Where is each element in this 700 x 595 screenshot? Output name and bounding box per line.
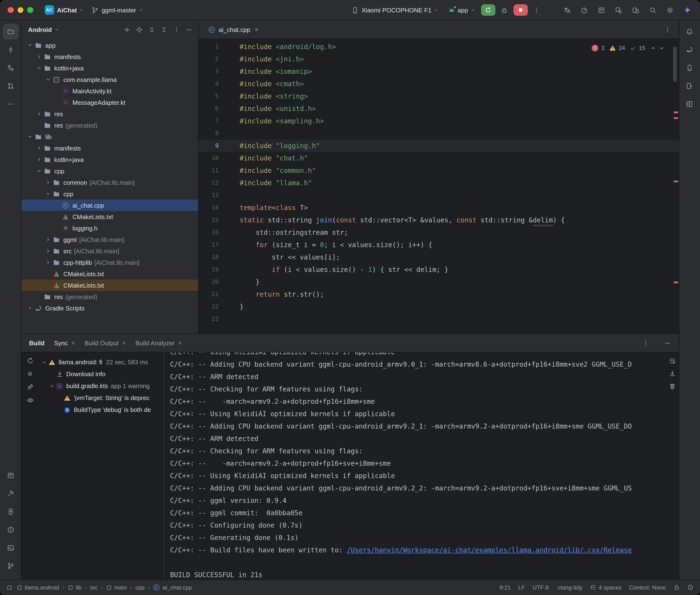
tool-window-project[interactable] (3, 24, 18, 39)
chevron-down-icon[interactable] (44, 77, 52, 82)
tool-window-build-hammer[interactable] (3, 485, 18, 501)
tool-window-notifications[interactable] (682, 24, 697, 39)
chevron-right-icon[interactable] (35, 145, 43, 151)
code-line-12[interactable]: 12#include "llama.h" (199, 177, 678, 189)
build-event-llama-android-fi[interactable]: llama.android: fi22 sec, 583 ms (38, 356, 164, 368)
code-line-22[interactable]: 22} (199, 301, 678, 313)
tool-window-version-control[interactable] (3, 558, 18, 573)
error-stripe-mark[interactable] (673, 281, 678, 283)
code-line-16[interactable]: 16 std::ostringstream str; (199, 226, 678, 238)
code-line-8[interactable]: 8 (199, 127, 678, 140)
tree-item-logging-h[interactable]: Hlogging.h (22, 222, 198, 234)
code-line-3[interactable]: 3#include <iomanip> (199, 65, 678, 78)
tree-item-gradle-scripts[interactable]: Gradle Scripts (22, 302, 198, 314)
breadcrumb-llama-android[interactable]: llama.android (17, 584, 59, 591)
branch-widget[interactable]: ggml-master (88, 5, 147, 15)
status-9-21[interactable]: 9:21 (500, 584, 511, 591)
tool-window-more[interactable] (3, 96, 18, 112)
status-lock-open-icon[interactable] (673, 584, 679, 591)
breadcrumb-lib[interactable]: lib (68, 584, 81, 591)
clear-icon[interactable] (669, 383, 676, 390)
translate-button[interactable] (560, 3, 574, 17)
tree-item-cmakelists-txt[interactable]: CMakeLists.txt (22, 211, 198, 222)
code-line-2[interactable]: 2#include <jni.h> (199, 53, 678, 65)
tool-window-pull-requests[interactable] (3, 78, 18, 94)
gemini-button[interactable] (680, 3, 694, 17)
status-context-none[interactable]: Context: None (629, 584, 666, 591)
editor-options-icon[interactable] (662, 23, 674, 36)
chevron-right-icon[interactable] (35, 157, 43, 162)
code-line-9[interactable]: 9#include "logging.h" (199, 140, 678, 152)
build-tab-build-output[interactable]: Build Output× (85, 339, 126, 346)
close-tab-icon[interactable]: × (122, 340, 126, 346)
tree-item-common[interactable]: common[AiChat.lib.main] (22, 177, 198, 188)
search-button[interactable] (646, 3, 660, 17)
chevron-right-icon[interactable] (44, 237, 52, 243)
breadcrumb-ai-chat-cpp[interactable]: Cai_chat.cpp (153, 584, 192, 591)
settings-button[interactable] (663, 3, 677, 17)
chevron-right-icon[interactable] (26, 305, 34, 311)
code-line-20[interactable]: 20 } (199, 276, 678, 288)
chevron-down-icon[interactable] (26, 134, 34, 140)
error-stripe-mark[interactable] (673, 111, 678, 113)
status-utf-8[interactable]: UTF-8 (533, 584, 549, 591)
inspections-widget[interactable]: ! 3 24 15 (592, 42, 664, 54)
code-line-6[interactable]: 6#include <unistd.h> (199, 103, 678, 115)
sync-icon[interactable] (26, 357, 34, 364)
chevron-right-icon[interactable] (35, 54, 43, 59)
tree-item-cpp[interactable]: cpp (22, 165, 198, 177)
console-link[interactable]: /Users/hanyin/Workspace/ai-chat/examples… (347, 546, 632, 554)
more-run-options-button[interactable] (529, 4, 544, 16)
build-event-jvmtarget-string-is-deprec[interactable]: 'jvmTarget: String' is deprec (38, 392, 164, 404)
next-issue-icon[interactable] (659, 45, 664, 51)
add-icon[interactable] (121, 24, 133, 35)
tool-window-layout-inspector[interactable] (682, 96, 697, 112)
debug-button[interactable] (497, 4, 511, 16)
breadcrumb-src[interactable]: src (90, 584, 97, 591)
build-tab-build-analyzer[interactable]: Build Analyzer× (136, 339, 182, 346)
tree-item-res[interactable]: res (22, 108, 198, 119)
chevron-right-icon[interactable] (44, 179, 52, 185)
eye-icon[interactable] (26, 397, 34, 404)
status-info-circle-icon[interactable] (687, 584, 693, 591)
tree-item-ggml[interactable]: ggml[AiChat.lib.main] (22, 234, 198, 245)
logcat-button[interactable] (594, 3, 609, 17)
breadcrumb-cpp[interactable]: cpp (135, 584, 145, 591)
code-line-11[interactable]: 11#include "common.h" (199, 164, 678, 177)
code-line-7[interactable]: 7#include <sampling.h> (199, 115, 678, 127)
code-line-21[interactable]: 21 return str.str(); (199, 288, 678, 301)
scroll-end-icon[interactable] (669, 370, 676, 377)
status-clang-tidy[interactable]: .clang-tidy (556, 584, 582, 591)
editor-tab-ai-chat-cpp[interactable]: C ai_chat.cpp × (203, 21, 263, 38)
chevron-right-icon[interactable] (44, 248, 52, 254)
tree-item-cmakelists-txt[interactable]: CMakeLists.txt (22, 280, 198, 291)
tool-window-problems[interactable] (3, 522, 18, 537)
profiler-button[interactable] (577, 3, 591, 17)
rerun-button[interactable] (481, 4, 495, 16)
tree-item-messageadapter-kt[interactable]: KMessageAdapter.kt (22, 97, 198, 108)
chevron-down-icon[interactable] (35, 65, 43, 71)
previous-issue-icon[interactable] (650, 45, 656, 51)
tree-item-cpp-httplib[interactable]: cpp-httplib[AiChat.lib.main] (22, 257, 198, 268)
tool-window-running-devices[interactable] (682, 78, 697, 94)
code-line-4[interactable]: 4#include <cmath> (199, 78, 678, 90)
code-editor[interactable]: 1#include <android/log.h>2#include <jni.… (199, 39, 678, 333)
chevron-down-icon[interactable] (44, 191, 52, 197)
tool-window-logcat[interactable] (3, 468, 18, 483)
build-window-title[interactable]: Build (29, 339, 45, 346)
code-line-10[interactable]: 10#include "chat.h" (199, 152, 678, 164)
stop-button[interactable] (513, 4, 528, 16)
chevron-down-icon[interactable] (40, 359, 48, 365)
editor-scrollbar[interactable] (673, 47, 677, 82)
chevron-right-icon[interactable] (35, 111, 43, 117)
close-window-button[interactable] (8, 7, 13, 13)
tool-window-device-explorer[interactable] (3, 504, 18, 519)
change-stripe-mark[interactable] (673, 180, 678, 182)
code-line-18[interactable]: 18 str << values[i]; (199, 251, 678, 263)
tree-item-com-example-llama[interactable]: com.example.llama (22, 74, 198, 85)
code-line-5[interactable]: 5#include <string> (199, 90, 678, 103)
project-widget[interactable]: AC AiChat (41, 4, 88, 16)
hide-icon[interactable] (183, 24, 194, 35)
tree-item-kotlin-java[interactable]: kotlin+java (22, 62, 198, 74)
stop-disabled-icon[interactable] (27, 370, 33, 377)
